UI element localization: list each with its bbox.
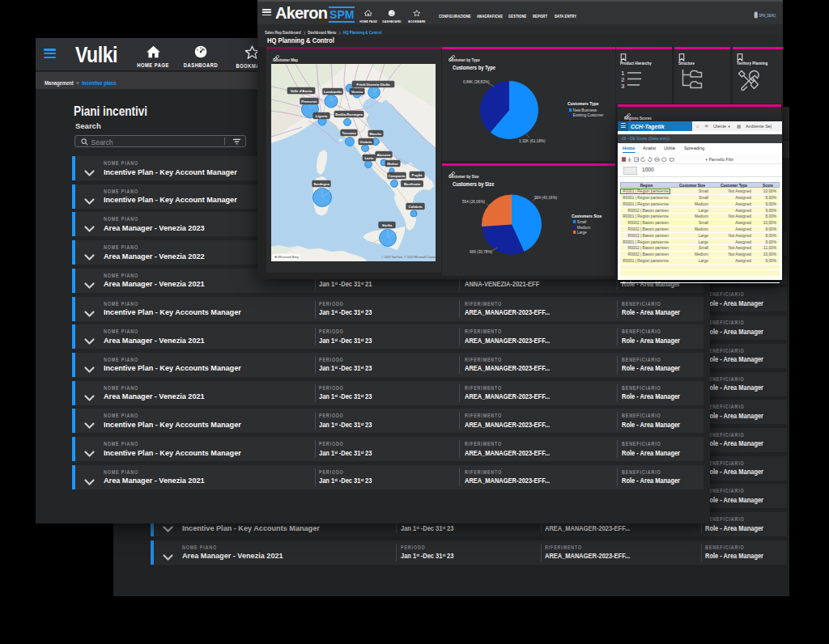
svg-text:Sardegna: Sardegna (313, 182, 329, 186)
svg-text:Emilia-Romagna: Emilia-Romagna (335, 112, 363, 117)
svg-text:Valle d'Aosta: Valle d'Aosta (291, 89, 312, 93)
svg-text:Marche: Marche (369, 132, 382, 136)
svg-text:Toscana: Toscana (342, 131, 356, 135)
svg-text:⊞ Microsoft Bing: ⊞ Microsoft Bing (274, 255, 299, 259)
svg-text:Liguria: Liguria (316, 114, 328, 118)
svg-text:Abruzzo: Abruzzo (377, 153, 391, 157)
svg-text:Lazio: Lazio (365, 156, 374, 160)
svg-text:Calabria: Calabria (409, 205, 423, 209)
svg-text:Veneto: Veneto (351, 90, 363, 94)
svg-text:Puglia: Puglia (412, 173, 423, 177)
svg-text:Friuli-Venezia Giulia: Friuli-Venezia Giulia (357, 83, 390, 87)
svg-text:Sicilia: Sicilia (382, 223, 393, 227)
svg-text:© 2022 TomTom, © 2022 Microsof: © 2022 TomTom, © 2022 Microsoft Corporat… (381, 256, 436, 259)
svg-text:Lombardia: Lombardia (324, 90, 342, 94)
svg-text:3: 3 (621, 83, 625, 89)
svg-text:Molise: Molise (387, 162, 398, 166)
svg-text:Umbria: Umbria (360, 140, 372, 144)
svg-text:Piemonte: Piemonte (301, 100, 317, 104)
svg-text:Campania: Campania (389, 174, 406, 178)
svg-text:Basilicata: Basilicata (404, 182, 421, 186)
